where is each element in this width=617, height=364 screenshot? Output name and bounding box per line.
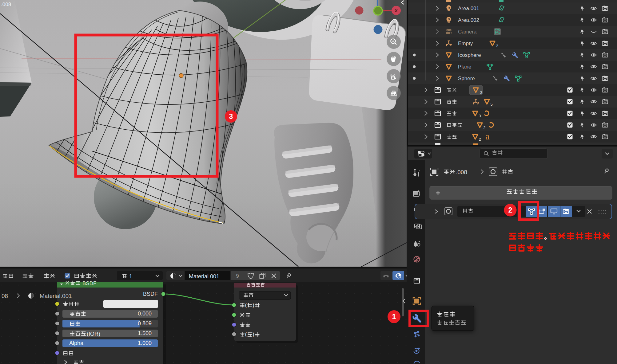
svg-text:2: 2 <box>508 206 512 214</box>
svg-text:Area.001: Area.001 <box>458 6 479 11</box>
svg-text:Camera: Camera <box>458 29 477 35</box>
svg-text:X: X <box>395 8 398 13</box>
svg-text:1.000: 1.000 <box>138 340 152 346</box>
svg-text:Empty: Empty <box>458 41 473 46</box>
svg-text:Alpha: Alpha <box>69 340 84 346</box>
svg-text:BSDF: BSDF <box>143 291 158 297</box>
svg-text:3: 3 <box>479 114 481 118</box>
svg-text:2: 2 <box>483 125 485 130</box>
svg-text:3: 3 <box>229 112 233 120</box>
svg-text:1.500: 1.500 <box>138 330 152 336</box>
svg-text:2: 2 <box>496 44 498 48</box>
svg-text:Area.002: Area.002 <box>458 17 479 23</box>
svg-text:0.809: 0.809 <box>138 320 152 327</box>
svg-text:9: 9 <box>236 273 239 279</box>
svg-text:Icosphere: Icosphere <box>458 52 481 58</box>
svg-text:5: 5 <box>490 102 492 107</box>
svg-text:1: 1 <box>392 312 396 321</box>
svg-text:Sphere: Sphere <box>458 76 475 81</box>
svg-text:0.000: 0.000 <box>138 311 152 317</box>
svg-text:08: 08 <box>2 293 8 299</box>
svg-text:2: 2 <box>479 137 481 142</box>
svg-text:Material.001: Material.001 <box>40 293 72 299</box>
svg-text:): ) <box>253 331 254 337</box>
svg-text:): ) <box>253 302 254 308</box>
svg-text:(: ( <box>245 331 247 337</box>
svg-text:a: a <box>485 131 489 141</box>
svg-text:(: ( <box>245 302 247 308</box>
svg-text:Plane: Plane <box>458 64 471 70</box>
svg-text:3: 3 <box>480 90 482 95</box>
